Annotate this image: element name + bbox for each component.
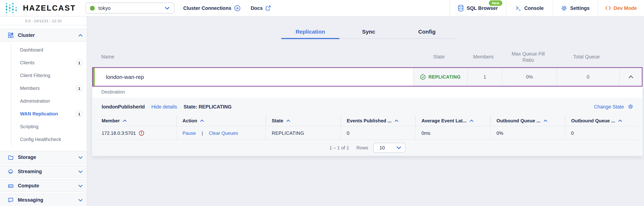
- column-header-state: State: [433, 54, 444, 60]
- database-icon: [458, 5, 464, 12]
- action-separator: |: [202, 130, 203, 136]
- sidebar-group-cluster[interactable]: Cluster: [0, 29, 87, 42]
- change-state-label: Change State: [594, 104, 624, 110]
- version-info: 5.0 - 24/11/21 - 12:10: [0, 17, 87, 25]
- state-column-header[interactable]: State: [266, 116, 340, 126]
- sidebar-group-compute-label: Compute: [18, 183, 39, 188]
- outbound-queue-size-cell: 0: [565, 126, 638, 140]
- sort-chevron-icon: [394, 120, 398, 122]
- pagination: 1 – 1 of 1 Rows 10: [92, 141, 642, 154]
- row-total-queue-cell: 0: [556, 68, 619, 86]
- wan-replication-row-selected[interactable]: london-wan-rep REPLICATING 1 0% 0: [92, 67, 642, 86]
- rows-per-page-select[interactable]: 10: [373, 143, 406, 152]
- hide-details-link[interactable]: Hide details: [151, 104, 177, 110]
- sidebar-item-clients[interactable]: Clients1: [0, 56, 87, 69]
- chevron-down-icon: [78, 184, 83, 187]
- sidebar-item-client-filtering[interactable]: Client Filtering: [0, 69, 87, 82]
- sidebar-item-dashboard[interactable]: Dashboard: [0, 43, 87, 56]
- brand-name: HAZELCAST: [23, 4, 76, 13]
- member-table: Member Action State Events Published ...…: [97, 116, 638, 140]
- new-badge: New: [489, 0, 502, 6]
- header-label: Outbound Queue ...: [571, 118, 615, 124]
- sidebar-item-scripting[interactable]: Scripting: [0, 120, 87, 133]
- outbound-queue-fill-column-header[interactable]: Outbound Queue ...: [490, 116, 565, 126]
- sql-browser-button[interactable]: New SQL Browser: [450, 0, 506, 16]
- outbound-queue-fill-cell: 0%: [490, 126, 565, 140]
- member-state-cell: REPLICATING: [266, 126, 340, 140]
- average-event-latency-cell: 0ms: [415, 126, 490, 140]
- cluster-selector-value: tokyo: [98, 5, 165, 11]
- pagination-range: 1 – 1 of 1: [329, 145, 349, 150]
- pause-link[interactable]: Pause: [182, 130, 196, 136]
- events-published-column-header[interactable]: Events Published ...: [340, 116, 415, 126]
- publisher-panel: londonPublisherId Hide details State: RE…: [92, 98, 642, 156]
- sort-chevron-icon: [618, 120, 622, 122]
- code-brackets-icon: [605, 6, 611, 10]
- tab-replication[interactable]: Replication: [281, 26, 340, 38]
- member-table-header: Member Action State Events Published ...…: [97, 116, 638, 126]
- collapse-row-button[interactable]: [619, 68, 642, 86]
- table-divider: [97, 140, 638, 140]
- sidebar-item-label: Members: [20, 85, 40, 91]
- rows-label: Rows: [356, 145, 368, 150]
- count-badge: 1: [76, 85, 83, 92]
- row-state-cell: REPLICATING: [413, 68, 467, 86]
- settings-button[interactable]: Settings: [552, 0, 598, 16]
- row-state-text: REPLICATING: [428, 74, 460, 79]
- count-badge: 1: [76, 59, 83, 66]
- sidebar-group-streaming[interactable]: Streaming: [0, 165, 87, 178]
- average-event-latency-column-header[interactable]: Average Event Lat...: [415, 116, 490, 126]
- chevron-down-icon: [78, 156, 83, 159]
- server-icon: [8, 183, 14, 188]
- settings-label: Settings: [570, 5, 590, 11]
- chevron-down-icon: [78, 170, 83, 173]
- chevron-down-icon: [396, 146, 402, 149]
- member-column-header[interactable]: Member: [97, 116, 176, 126]
- sidebar-group-compute[interactable]: Compute: [0, 179, 87, 192]
- check-circle-icon: [420, 74, 426, 80]
- change-state-button[interactable]: Change State: [594, 104, 634, 110]
- chevron-up-icon: [628, 75, 633, 78]
- sidebar-group-messaging-label: Messaging: [18, 197, 43, 203]
- clear-queues-link[interactable]: Clear Queues: [209, 130, 238, 136]
- gear-icon: [628, 104, 634, 110]
- sidebar-group-streaming-label: Streaming: [18, 169, 42, 174]
- folder-icon: [8, 155, 14, 160]
- sidebar-group-messaging[interactable]: Messaging: [0, 193, 87, 206]
- sidebar-item-wan-replication[interactable]: WAN Replication1: [0, 107, 87, 120]
- sidebar-item-label: Clients: [20, 60, 34, 65]
- column-header-members: Members: [473, 54, 494, 60]
- tab-config[interactable]: Config: [398, 26, 456, 38]
- events-published-cell: 0: [340, 126, 415, 140]
- outbound-queue-size-column-header[interactable]: Outbound Queue ...: [565, 116, 638, 126]
- sidebar-item-members[interactable]: Members1: [0, 82, 87, 94]
- cluster-connections-link[interactable]: Cluster Connections: [183, 5, 240, 11]
- sql-browser-label: SQL Browser: [467, 5, 498, 11]
- cluster-selector[interactable]: tokyo: [85, 3, 174, 14]
- warning-icon[interactable]: [139, 130, 144, 136]
- dev-mode-button[interactable]: Dev Mode: [598, 0, 644, 16]
- sort-chevron-icon: [543, 120, 547, 122]
- action-column-header[interactable]: Action: [176, 116, 266, 126]
- tab-sync[interactable]: Sync: [340, 26, 398, 38]
- chevron-down-icon: [78, 198, 83, 201]
- header-label: Member: [102, 118, 120, 124]
- member-actions-cell: Pause | Clear Queues: [176, 126, 266, 140]
- docs-link[interactable]: Docs: [250, 5, 271, 11]
- sidebar-item-config-healthcheck[interactable]: Config Healthcheck: [0, 133, 87, 146]
- sort-chevron-icon: [200, 120, 204, 122]
- docs-label: Docs: [250, 5, 263, 11]
- sidebar-group-storage-label: Storage: [18, 154, 36, 160]
- sidebar: 5.0 - 24/11/21 - 12:10 Cluster Dashboard…: [0, 17, 87, 206]
- console-button[interactable]: Console: [506, 0, 552, 16]
- chat-bubble-icon: [8, 197, 14, 202]
- sidebar-item-administration[interactable]: Administration: [0, 94, 87, 107]
- chevron-up-icon: [78, 34, 83, 37]
- column-header-max-queue-fill-ratio: Max Queue Fill Ratio: [512, 51, 545, 63]
- main-content: Replication Sync Config Name State Membe…: [87, 17, 644, 206]
- sidebar-group-cluster-label: Cluster: [18, 33, 35, 38]
- rows-per-page-value: 10: [380, 145, 396, 150]
- publisher-id: londonPublisherId: [102, 104, 145, 110]
- sidebar-group-storage[interactable]: Storage: [0, 151, 87, 164]
- hazelcast-management-center: HAZELCAST tokyo Cluster Connections Docs…: [0, 0, 644, 206]
